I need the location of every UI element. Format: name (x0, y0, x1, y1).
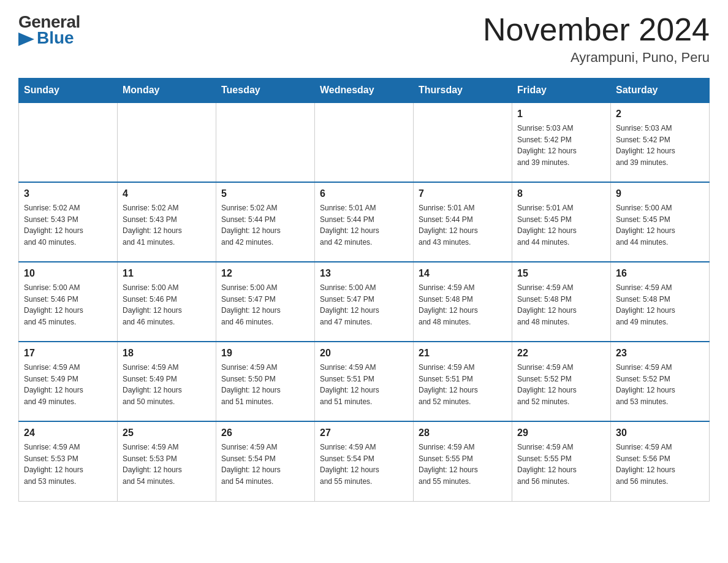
calendar-cell: 18Sunrise: 4:59 AM Sunset: 5:49 PM Dayli… (118, 342, 216, 421)
calendar-cell: 3Sunrise: 5:02 AM Sunset: 5:43 PM Daylig… (19, 182, 118, 262)
calendar-cell: 15Sunrise: 4:59 AM Sunset: 5:48 PM Dayli… (512, 262, 611, 342)
day-number: 21 (419, 346, 507, 361)
day-number: 12 (221, 266, 309, 281)
calendar-cell: 12Sunrise: 5:00 AM Sunset: 5:47 PM Dayli… (216, 262, 315, 342)
calendar-cell: 6Sunrise: 5:01 AM Sunset: 5:44 PM Daylig… (315, 182, 414, 262)
day-info: Sunrise: 4:59 AM Sunset: 5:52 PM Dayligh… (517, 362, 605, 407)
calendar-subtitle: Ayrampuni, Puno, Peru (483, 50, 710, 66)
day-info: Sunrise: 4:59 AM Sunset: 5:51 PM Dayligh… (419, 362, 507, 407)
title-section: November 2024 Ayrampuni, Puno, Peru (483, 12, 710, 66)
day-info: Sunrise: 4:59 AM Sunset: 5:49 PM Dayligh… (24, 362, 112, 407)
day-number: 5 (221, 186, 309, 201)
day-info: Sunrise: 5:00 AM Sunset: 5:45 PM Dayligh… (616, 202, 704, 248)
logo-blue-text: Blue (37, 28, 74, 48)
day-info: Sunrise: 5:00 AM Sunset: 5:46 PM Dayligh… (24, 282, 112, 327)
day-number: 3 (24, 186, 112, 201)
day-number: 13 (320, 266, 408, 281)
calendar-cell: 30Sunrise: 4:59 AM Sunset: 5:56 PM Dayli… (611, 421, 710, 501)
calendar-week-3: 10Sunrise: 5:00 AM Sunset: 5:46 PM Dayli… (19, 262, 710, 342)
day-info: Sunrise: 5:00 AM Sunset: 5:47 PM Dayligh… (221, 282, 309, 327)
calendar-body: 1Sunrise: 5:03 AM Sunset: 5:42 PM Daylig… (19, 102, 710, 501)
calendar-cell: 29Sunrise: 4:59 AM Sunset: 5:55 PM Dayli… (512, 421, 611, 501)
calendar-cell: 28Sunrise: 4:59 AM Sunset: 5:55 PM Dayli… (414, 421, 512, 501)
day-info: Sunrise: 4:59 AM Sunset: 5:50 PM Dayligh… (221, 362, 309, 407)
day-info: Sunrise: 4:59 AM Sunset: 5:52 PM Dayligh… (616, 362, 704, 407)
calendar-title: November 2024 (483, 12, 710, 47)
calendar-cell (414, 102, 512, 182)
day-info: Sunrise: 5:02 AM Sunset: 5:43 PM Dayligh… (24, 202, 112, 248)
calendar-table: SundayMondayTuesdayWednesdayThursdayFrid… (18, 78, 710, 502)
day-number: 9 (616, 186, 704, 201)
calendar-cell: 22Sunrise: 4:59 AM Sunset: 5:52 PM Dayli… (512, 342, 611, 421)
logo: General Blue (18, 12, 94, 48)
calendar-cell: 9Sunrise: 5:00 AM Sunset: 5:45 PM Daylig… (611, 182, 710, 262)
calendar-cell (216, 102, 315, 182)
day-number: 8 (517, 186, 605, 201)
day-info: Sunrise: 5:01 AM Sunset: 5:45 PM Dayligh… (517, 202, 605, 248)
day-header-tuesday: Tuesday (216, 79, 315, 103)
day-info: Sunrise: 4:59 AM Sunset: 5:53 PM Dayligh… (123, 442, 211, 487)
calendar-cell: 8Sunrise: 5:01 AM Sunset: 5:45 PM Daylig… (512, 182, 611, 262)
day-number: 4 (123, 186, 211, 201)
calendar-cell: 5Sunrise: 5:02 AM Sunset: 5:44 PM Daylig… (216, 182, 315, 262)
day-info: Sunrise: 5:03 AM Sunset: 5:42 PM Dayligh… (517, 123, 605, 168)
calendar-cell: 7Sunrise: 5:01 AM Sunset: 5:44 PM Daylig… (414, 182, 512, 262)
day-info: Sunrise: 5:00 AM Sunset: 5:46 PM Dayligh… (123, 282, 211, 327)
day-number: 11 (123, 266, 211, 281)
calendar-cell: 25Sunrise: 4:59 AM Sunset: 5:53 PM Dayli… (118, 421, 216, 501)
calendar-cell: 2Sunrise: 5:03 AM Sunset: 5:42 PM Daylig… (611, 102, 710, 182)
day-number: 10 (24, 266, 112, 281)
day-info: Sunrise: 4:59 AM Sunset: 5:55 PM Dayligh… (419, 442, 507, 487)
day-info: Sunrise: 4:59 AM Sunset: 5:48 PM Dayligh… (517, 282, 605, 327)
calendar-cell: 1Sunrise: 5:03 AM Sunset: 5:42 PM Daylig… (512, 102, 611, 182)
day-number: 15 (517, 266, 605, 281)
day-info: Sunrise: 4:59 AM Sunset: 5:51 PM Dayligh… (320, 362, 408, 407)
day-number: 30 (616, 426, 704, 440)
day-info: Sunrise: 4:59 AM Sunset: 5:48 PM Dayligh… (419, 282, 507, 327)
day-number: 1 (517, 107, 605, 121)
calendar-cell: 4Sunrise: 5:02 AM Sunset: 5:43 PM Daylig… (118, 182, 216, 262)
day-number: 16 (616, 266, 704, 281)
day-info: Sunrise: 4:59 AM Sunset: 5:49 PM Dayligh… (123, 362, 211, 407)
calendar-cell: 19Sunrise: 4:59 AM Sunset: 5:50 PM Dayli… (216, 342, 315, 421)
day-info: Sunrise: 5:01 AM Sunset: 5:44 PM Dayligh… (320, 202, 408, 248)
day-info: Sunrise: 4:59 AM Sunset: 5:56 PM Dayligh… (616, 442, 704, 487)
calendar-cell: 11Sunrise: 5:00 AM Sunset: 5:46 PM Dayli… (118, 262, 216, 342)
calendar-cell: 13Sunrise: 5:00 AM Sunset: 5:47 PM Dayli… (315, 262, 414, 342)
day-number: 6 (320, 186, 408, 201)
day-number: 22 (517, 346, 605, 361)
day-info: Sunrise: 4:59 AM Sunset: 5:54 PM Dayligh… (221, 442, 309, 487)
day-info: Sunrise: 5:01 AM Sunset: 5:44 PM Dayligh… (419, 202, 507, 248)
day-number: 14 (419, 266, 507, 281)
calendar-cell: 26Sunrise: 4:59 AM Sunset: 5:54 PM Dayli… (216, 421, 315, 501)
day-header-saturday: Saturday (611, 79, 710, 103)
day-header-wednesday: Wednesday (315, 79, 414, 103)
calendar-week-1: 1Sunrise: 5:03 AM Sunset: 5:42 PM Daylig… (19, 102, 710, 182)
day-header-friday: Friday (512, 79, 611, 103)
calendar-cell: 23Sunrise: 4:59 AM Sunset: 5:52 PM Dayli… (611, 342, 710, 421)
day-info: Sunrise: 5:02 AM Sunset: 5:44 PM Dayligh… (221, 202, 309, 248)
svg-marker-0 (18, 33, 34, 46)
calendar-cell: 16Sunrise: 4:59 AM Sunset: 5:48 PM Dayli… (611, 262, 710, 342)
calendar-cell: 27Sunrise: 4:59 AM Sunset: 5:54 PM Dayli… (315, 421, 414, 501)
calendar-cell (19, 102, 118, 182)
day-number: 2 (616, 107, 704, 121)
day-number: 24 (24, 426, 112, 440)
day-number: 7 (419, 186, 507, 201)
header-row: SundayMondayTuesdayWednesdayThursdayFrid… (19, 79, 710, 103)
day-header-sunday: Sunday (19, 79, 118, 103)
day-info: Sunrise: 5:02 AM Sunset: 5:43 PM Dayligh… (123, 202, 211, 248)
day-header-monday: Monday (118, 79, 216, 103)
day-number: 18 (123, 346, 211, 361)
day-info: Sunrise: 4:59 AM Sunset: 5:48 PM Dayligh… (616, 282, 704, 327)
day-number: 23 (616, 346, 704, 361)
day-header-thursday: Thursday (414, 79, 512, 103)
day-info: Sunrise: 4:59 AM Sunset: 5:54 PM Dayligh… (320, 442, 408, 487)
calendar-week-4: 17Sunrise: 4:59 AM Sunset: 5:49 PM Dayli… (19, 342, 710, 421)
day-number: 28 (419, 426, 507, 440)
calendar-week-5: 24Sunrise: 4:59 AM Sunset: 5:53 PM Dayli… (19, 421, 710, 501)
calendar-week-2: 3Sunrise: 5:02 AM Sunset: 5:43 PM Daylig… (19, 182, 710, 262)
day-number: 17 (24, 346, 112, 361)
calendar-cell: 10Sunrise: 5:00 AM Sunset: 5:46 PM Dayli… (19, 262, 118, 342)
day-number: 25 (123, 426, 211, 440)
